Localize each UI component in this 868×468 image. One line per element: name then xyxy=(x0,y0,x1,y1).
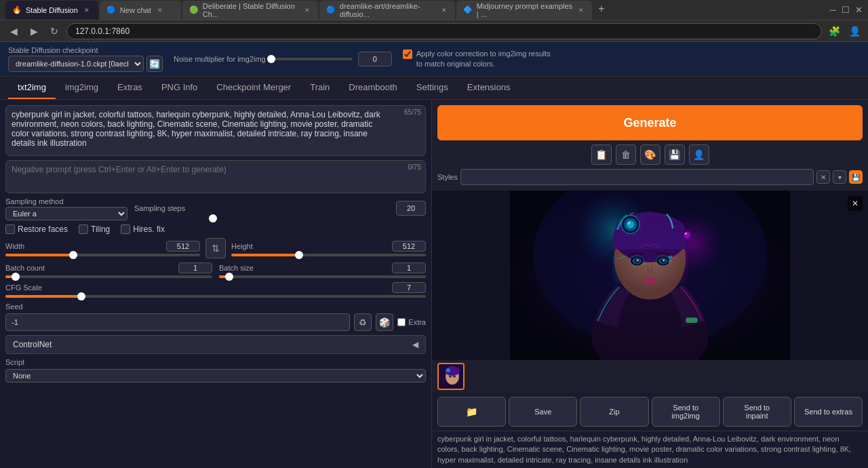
tab-deliberate[interactable]: 🟢 Deliberate | Stable Diffusion Ch... ✕ xyxy=(182,1,318,20)
styles-apply-icon[interactable]: ▾ xyxy=(833,170,846,184)
tab-new-chat[interactable]: 🔵 New chat ✕ xyxy=(100,1,181,20)
address-bar[interactable]: 127.0.0.1:7860 xyxy=(66,23,822,39)
tab-dreamlike[interactable]: 🔵 dreamlike-art/dreamlike-diffusio... ✕ xyxy=(319,1,455,20)
positive-prompt-input[interactable] xyxy=(6,106,425,153)
tiling-item[interactable]: Tiling xyxy=(79,225,110,234)
tab-close-2[interactable]: ✕ xyxy=(155,5,165,15)
batch-size-slider[interactable] xyxy=(219,275,426,278)
restore-faces-checkbox[interactable] xyxy=(5,225,15,234)
width-slider-thumb[interactable] xyxy=(69,251,77,259)
tab-midjourney[interactable]: 🔷 Midjourney prompt examples | ... ✕ xyxy=(456,1,592,20)
controlnet-bar[interactable]: ControlNet ◀ xyxy=(5,335,426,354)
action-icon-5[interactable]: 👤 xyxy=(689,144,709,165)
tab-close-1[interactable]: ✕ xyxy=(82,5,92,15)
sampling-method-select[interactable]: Euler a xyxy=(5,207,127,220)
batch-count-slider[interactable] xyxy=(5,275,212,278)
profile-button[interactable]: 👤 xyxy=(846,23,863,39)
styles-clear-icon[interactable]: ✕ xyxy=(816,170,830,184)
action-icon-4[interactable]: 💾 xyxy=(665,144,685,165)
hires-fix-checkbox[interactable] xyxy=(121,225,130,234)
restore-faces-item[interactable]: Restore faces xyxy=(5,225,68,234)
width-slider[interactable] xyxy=(5,254,200,256)
extra-label: Extra xyxy=(408,318,426,326)
noise-slider-track[interactable] xyxy=(271,58,353,60)
batch-count-thumb[interactable] xyxy=(12,273,20,281)
sampling-steps-thumb[interactable] xyxy=(209,214,217,222)
height-slider-thumb[interactable] xyxy=(295,251,303,259)
noise-slider-thumb[interactable] xyxy=(267,55,275,63)
tab-txt2img[interactable]: txt2img xyxy=(8,77,56,99)
checkpoint-refresh-button[interactable]: 🔄 xyxy=(146,56,163,72)
width-input[interactable] xyxy=(166,241,200,252)
tab-settings[interactable]: Settings xyxy=(407,77,458,99)
svg-rect-30 xyxy=(510,191,790,360)
save-button[interactable]: Save xyxy=(509,397,577,427)
script-select[interactable]: None xyxy=(5,369,426,383)
height-group: Height xyxy=(231,241,426,256)
generate-button[interactable]: Generate xyxy=(437,105,863,140)
tab-train[interactable]: Train xyxy=(300,77,339,99)
tab-checkpoint-merger[interactable]: Checkpoint Merger xyxy=(207,77,300,99)
tab-favicon-2: 🔵 xyxy=(106,5,116,14)
batch-count-input[interactable] xyxy=(178,262,212,273)
batch-size-thumb[interactable] xyxy=(225,273,233,281)
sampling-steps-input[interactable] xyxy=(396,201,426,216)
hires-fix-item[interactable]: Hires. fix xyxy=(121,225,165,234)
seed-input[interactable] xyxy=(5,313,350,331)
send-to-extras-button[interactable]: Send to extras xyxy=(794,397,863,427)
extra-checkbox[interactable] xyxy=(397,318,406,326)
close-image-button[interactable]: ✕ xyxy=(848,196,863,211)
noise-value-input[interactable] xyxy=(358,52,392,66)
thumbnail-item[interactable] xyxy=(437,363,465,390)
back-button[interactable]: ◀ xyxy=(5,23,22,39)
batch-size-input[interactable] xyxy=(392,262,426,273)
browser-close[interactable]: ✕ xyxy=(855,5,863,15)
zip-button[interactable]: Zip xyxy=(580,397,648,427)
color-correction-checkbox[interactable] xyxy=(403,50,412,59)
seed-recycle-button[interactable]: ♻ xyxy=(354,313,372,331)
styles-save-icon[interactable]: 💾 xyxy=(849,170,863,184)
send-to-inpaint-button[interactable]: Send toinpaint xyxy=(723,397,791,427)
cfg-input[interactable] xyxy=(392,282,426,293)
tab-extras[interactable]: Extras xyxy=(108,77,152,99)
swap-dimensions-button[interactable]: ⇅ xyxy=(205,238,226,258)
height-input[interactable] xyxy=(392,241,426,252)
browser-maximize[interactable]: ☐ xyxy=(842,5,850,15)
forward-button[interactable]: ▶ xyxy=(26,23,42,39)
browser-minimize[interactable]: ─ xyxy=(830,5,836,15)
tab-favicon-4: 🔵 xyxy=(326,5,336,14)
tab-favicon-1: 🔥 xyxy=(12,5,22,14)
action-icon-2[interactable]: 🗑 xyxy=(616,144,636,165)
tab-label-2: New chat xyxy=(120,6,151,14)
extra-check-item[interactable]: Extra xyxy=(397,318,426,326)
cfg-slider[interactable] xyxy=(5,295,426,298)
seed-dice-button[interactable]: 🎲 xyxy=(376,313,393,331)
tab-close-3[interactable]: ✕ xyxy=(303,5,311,15)
noise-section: Noise multiplier for img2img xyxy=(174,52,392,66)
styles-input[interactable] xyxy=(460,169,814,185)
action-icon-1[interactable]: 📋 xyxy=(591,144,612,165)
tab-close-4[interactable]: ✕ xyxy=(440,5,448,15)
negative-prompt-container: 0/75 xyxy=(5,160,426,193)
noise-slider-container xyxy=(271,58,353,60)
refresh-button[interactable]: ↻ xyxy=(46,23,62,39)
batch-count-label: Batch count xyxy=(5,264,45,272)
tab-label-3: Deliberate | Stable Diffusion Ch... xyxy=(203,2,299,18)
negative-prompt-input[interactable] xyxy=(6,161,425,191)
send-to-img2img-button[interactable]: Send toimg2img xyxy=(652,397,720,427)
tab-dreambooth[interactable]: Dreambooth xyxy=(339,77,407,99)
extensions-button[interactable]: 🧩 xyxy=(826,23,842,39)
open-folder-button[interactable]: 📁 xyxy=(437,397,506,427)
height-slider[interactable] xyxy=(231,254,426,256)
cfg-thumb[interactable] xyxy=(77,292,85,300)
tab-extensions[interactable]: Extensions xyxy=(458,77,520,99)
new-tab-button[interactable]: + xyxy=(593,1,610,17)
action-icon-3[interactable]: 🎨 xyxy=(640,144,660,165)
tiling-checkbox[interactable] xyxy=(79,225,88,234)
tab-stable-diffusion[interactable]: 🔥 Stable Diffusion ✕ xyxy=(5,1,98,20)
checkpoint-select[interactable]: dreamlike-diffusion-1.0.ckpt [0aecbcfa2c… xyxy=(8,56,144,72)
tab-close-5[interactable]: ✕ xyxy=(576,5,585,15)
action-icons-row: 📋 🗑 🎨 💾 👤 xyxy=(437,144,863,165)
tab-png-info[interactable]: PNG Info xyxy=(152,77,207,99)
tab-img2img[interactable]: img2img xyxy=(56,77,108,99)
